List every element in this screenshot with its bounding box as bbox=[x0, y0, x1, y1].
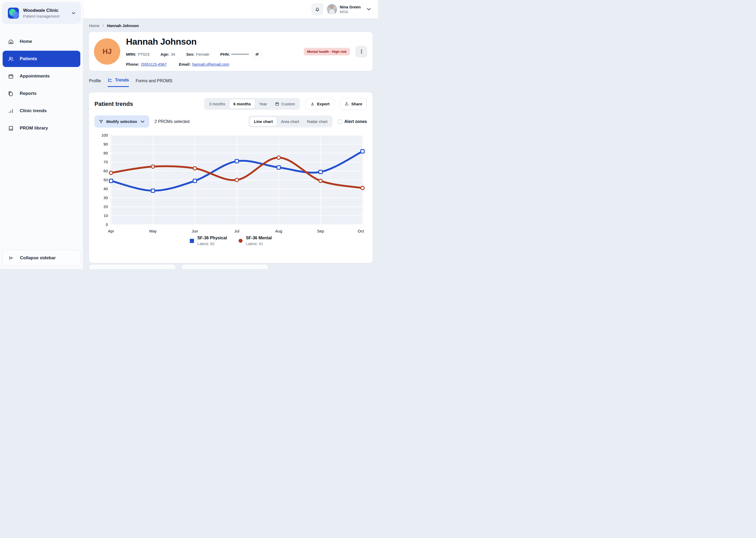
trend-line-icon bbox=[108, 78, 113, 82]
sidebar-item-label: PROM library bbox=[20, 126, 48, 131]
radar-chart-button[interactable]: Radar chart bbox=[303, 117, 331, 126]
user-menu[interactable]: Nina Green MOA bbox=[327, 4, 371, 15]
calendar-icon bbox=[275, 102, 279, 106]
chart-legend: SF-36 Physical Latest: 82 SF-36 Mental L… bbox=[95, 236, 367, 246]
x-tick-label: Oct bbox=[358, 229, 364, 233]
patient-trends-card: Patient trends 3 months 6 months Year Cu… bbox=[89, 92, 372, 263]
patient-actions-button[interactable] bbox=[355, 46, 367, 58]
sidebar-item-patients[interactable]: Patients bbox=[3, 51, 80, 67]
email-label: Email: bbox=[179, 62, 191, 67]
sidebar-item-reports[interactable]: Reports bbox=[3, 85, 80, 102]
email-link[interactable]: hannah.j@email.com bbox=[192, 62, 229, 67]
x-tick-label: Sep bbox=[317, 229, 324, 233]
patient-avatar: HJ bbox=[94, 38, 120, 65]
card-stub bbox=[182, 264, 268, 269]
range-custom-label: Custom bbox=[281, 102, 295, 106]
card-stub bbox=[89, 264, 176, 269]
patient-name: Hannah Johnson bbox=[126, 36, 304, 47]
age-value: 34 bbox=[171, 52, 175, 56]
content-scroll-area[interactable]: Home / Hannah Johnson HJ Hannah Johnson … bbox=[83, 19, 378, 269]
phone-label: Phone: bbox=[126, 62, 139, 67]
breadcrumb: Home / Hannah Johnson bbox=[89, 24, 372, 28]
range-3-months-button[interactable]: 3 months bbox=[205, 99, 229, 109]
y-axis: 0102030405060708090100 bbox=[95, 135, 110, 225]
legend-latest-value: Latest: 41 bbox=[246, 242, 272, 246]
alert-zones-checkbox[interactable] bbox=[338, 120, 342, 124]
trends-chart: 0102030405060708090100 AprMayJunJulAugSe… bbox=[95, 135, 367, 234]
y-tick-label: 70 bbox=[103, 160, 108, 164]
breadcrumb-home-link[interactable]: Home bbox=[89, 24, 100, 28]
y-tick-label: 40 bbox=[103, 187, 108, 191]
tab-forms-and-proms[interactable]: Forms and PROMS bbox=[136, 79, 172, 87]
range-year-button[interactable]: Year bbox=[255, 99, 271, 109]
tab-trends[interactable]: Trends bbox=[108, 78, 129, 87]
clinic-subtitle: Patient management bbox=[23, 14, 71, 19]
collapse-sidebar-icon bbox=[8, 255, 14, 261]
y-tick-label: 80 bbox=[103, 151, 108, 155]
risk-badge: Mental health - High risk bbox=[304, 48, 350, 55]
clinic-switcher[interactable]: Woodwale Clinic Patient management bbox=[2, 2, 80, 24]
sidebar-item-prom-library[interactable]: PROM library bbox=[3, 120, 80, 136]
clinic-name: Woodwale Clinic bbox=[23, 8, 71, 13]
filter-icon bbox=[99, 119, 103, 124]
eye-off-icon bbox=[255, 52, 260, 56]
range-custom-button[interactable]: Custom bbox=[271, 99, 299, 109]
user-role: MOA bbox=[340, 10, 361, 14]
legend-series-name: SF-36 Physical bbox=[197, 236, 227, 241]
tab-profile[interactable]: Profile bbox=[89, 79, 101, 87]
sidebar-item-home[interactable]: Home bbox=[3, 33, 80, 50]
alert-zones-control: Alert zones bbox=[338, 119, 367, 124]
y-tick-label: 10 bbox=[103, 213, 108, 218]
legend-circle-marker bbox=[239, 239, 243, 243]
phone-link[interactable]: (555)123-4567 bbox=[141, 62, 167, 67]
range-6-months-button[interactable]: 6 months bbox=[229, 99, 255, 109]
legend-series-name: SF-36 Mental bbox=[246, 236, 272, 241]
legend-item-physical: SF-36 Physical Latest: 82 bbox=[190, 236, 227, 246]
plot-area[interactable] bbox=[110, 135, 363, 225]
book-icon bbox=[8, 125, 14, 131]
user-name: Nina Green bbox=[340, 5, 361, 9]
sidebar: Woodwale Clinic Patient management Home … bbox=[0, 0, 83, 269]
patients-icon bbox=[8, 56, 14, 62]
home-icon bbox=[8, 39, 14, 45]
patient-management-app: Woodwale Clinic Patient management Home … bbox=[0, 0, 378, 269]
notifications-button[interactable] bbox=[311, 3, 323, 15]
age-label: Age: bbox=[161, 52, 169, 56]
y-tick-label: 100 bbox=[101, 133, 108, 137]
tab-label: Trends bbox=[115, 78, 129, 82]
sex-value: Female bbox=[196, 52, 209, 56]
user-avatar-photo bbox=[327, 4, 337, 15]
bar-chart-icon bbox=[8, 108, 14, 114]
chevron-down-icon bbox=[140, 119, 145, 124]
proms-selected-note: 2 PROMs selected bbox=[155, 119, 249, 124]
x-tick-label: Aug bbox=[275, 229, 282, 233]
sidebar-item-label: Patients bbox=[20, 56, 37, 62]
breadcrumb-separator: / bbox=[103, 24, 104, 28]
chevron-down-icon bbox=[366, 7, 371, 12]
sidebar-item-label: Reports bbox=[20, 91, 36, 96]
modify-selection-button[interactable]: Modify selection bbox=[95, 116, 149, 128]
y-tick-label: 60 bbox=[103, 169, 108, 173]
export-button[interactable]: Export bbox=[306, 98, 334, 110]
y-tick-label: 50 bbox=[103, 178, 108, 182]
share-label: Share bbox=[351, 102, 362, 106]
collapse-sidebar-button[interactable]: Collapse sidebar bbox=[2, 250, 80, 266]
line-chart-button[interactable]: Line chart bbox=[250, 117, 277, 126]
share-button[interactable]: Share bbox=[340, 98, 367, 110]
x-tick-label: Jun bbox=[192, 229, 198, 233]
sidebar-item-appointments[interactable]: Appointments bbox=[3, 68, 80, 84]
sex-label: Sex: bbox=[186, 52, 195, 56]
below-cards-row bbox=[89, 264, 372, 269]
chevron-down-icon bbox=[71, 11, 75, 15]
area-chart-button[interactable]: Area chart bbox=[277, 117, 303, 126]
reveal-phn-button[interactable] bbox=[253, 50, 261, 58]
patient-meta-row: MRN:PT023 Age:34 Sex:Female PHN: •••••••… bbox=[126, 50, 304, 58]
collapse-sidebar-label: Collapse sidebar bbox=[20, 255, 56, 261]
legend-square-marker bbox=[190, 239, 194, 243]
sidebar-item-clinic-trends[interactable]: Clinic trends bbox=[3, 103, 80, 119]
mrn-label: MRN: bbox=[126, 52, 136, 56]
x-tick-label: May bbox=[149, 229, 157, 233]
time-range-segment: 3 months 6 months Year Custom bbox=[204, 98, 300, 110]
patient-tabs: Profile Trends Forms and PROMS bbox=[89, 78, 372, 87]
breadcrumb-current: Hannah Johnson bbox=[107, 24, 139, 28]
